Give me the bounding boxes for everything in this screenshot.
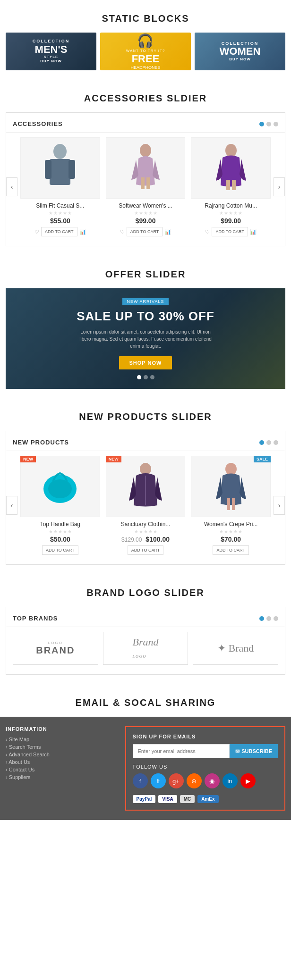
dot-3[interactable] [274, 616, 278, 621]
add-to-cart-button[interactable]: ADD TO CART [41, 227, 77, 236]
shop-now-button[interactable]: SHOP NOW [119, 356, 172, 369]
new-products-next-arrow[interactable]: › [274, 496, 285, 515]
add-to-cart-button[interactable]: ADD TO CART [212, 227, 248, 236]
dot-2[interactable] [266, 440, 271, 445]
chart-icon[interactable]: 📊 [79, 229, 86, 235]
new-badge: NEW [106, 456, 121, 462]
brand-card-1[interactable]: LOGO BRAND [13, 632, 98, 665]
twitter-icon[interactable]: 𝕥 [151, 773, 166, 788]
youtube-icon[interactable]: ▶ [240, 773, 256, 788]
product-price: $55.00 [20, 217, 100, 225]
offer-section-title: OFFER SLIDER [0, 256, 291, 288]
product-image [20, 137, 100, 199]
footer-link-suppliers[interactable]: Suppliers [6, 774, 120, 780]
new-products-prev-arrow[interactable]: ‹ [6, 496, 17, 515]
footer-link-advanced-search[interactable]: Advanced Search [6, 752, 120, 757]
offer-dot-3[interactable] [150, 375, 154, 379]
accessories-slider-header: ACCESSORIES [6, 117, 285, 133]
dot-2[interactable] [266, 616, 271, 621]
product-stars: ★★★★★ [20, 210, 100, 216]
accessories-header-title: ACCESSORIES [13, 120, 63, 127]
product-card: Slim Fit Casual S... ★★★★★ $55.00 ♡ ADD … [20, 137, 100, 236]
brand-slider-header: TOP BRANDS [6, 612, 285, 627]
google-plus-icon[interactable]: g+ [169, 773, 184, 788]
brand-card-3[interactable]: ✦ Brand [193, 632, 278, 665]
svg-point-0 [53, 144, 67, 159]
visa-icon: VISA [158, 795, 177, 803]
offer-description: Lorem ipsum dolor sit amet, consectetur … [79, 328, 212, 350]
add-to-cart-button[interactable]: ADD TO CART [213, 545, 249, 555]
brand-logo-text-1: BRAND [36, 645, 75, 656]
wishlist-icon[interactable]: ♡ [205, 229, 210, 235]
svg-rect-9 [232, 180, 236, 190]
footer-link-contact-us[interactable]: Contact Us [6, 767, 120, 772]
footer-info: INFORMATION Site Map Search Terms Advanc… [6, 726, 125, 811]
footer-link-sitemap[interactable]: Site Map [6, 737, 120, 742]
new-products-section: NEW PRODUCTS ‹ [0, 431, 291, 574]
wishlist-icon[interactable]: ♡ [34, 229, 39, 235]
offer-banner: NEW ARRIVALS SALE UP TO 30% OFF Lorem ip… [6, 288, 285, 389]
add-to-cart-button[interactable]: ADD TO CART [128, 545, 164, 555]
accessories-next-arrow[interactable]: › [274, 177, 285, 196]
brand-logo-text-2: BrandLOGO [133, 636, 159, 661]
headphones-block[interactable]: 🎧 WANT TO TRY IT? FREE HEADPHONES [100, 33, 191, 70]
rss-icon[interactable]: ⊕ [187, 773, 202, 788]
dot-1[interactable] [259, 122, 264, 126]
linkedin-icon[interactable]: in [223, 773, 238, 788]
product-price: $50.00 [20, 536, 100, 543]
product-name: Top Handle Bag [20, 521, 100, 528]
product-name: Slim Fit Casual S... [20, 202, 100, 209]
facebook-icon[interactable]: f [133, 773, 148, 788]
social-icons: f 𝕥 g+ ⊕ ◉ in ▶ [133, 773, 278, 788]
subscribe-button[interactable]: ✉ SUBSCRIBE [230, 744, 278, 758]
product-stars: ★★★★★ [106, 529, 186, 534]
accessories-section-title: ACCESSORIES SLDIER [0, 80, 291, 112]
new-badge: NEW [20, 456, 36, 462]
brand-card-2[interactable]: BrandLOGO [103, 632, 188, 665]
product-stars: ★★★★★ [20, 529, 100, 534]
offer-dot-2[interactable] [144, 375, 148, 379]
footer-link-search-terms[interactable]: Search Terms [6, 744, 120, 750]
product-price: $99.00 [106, 217, 186, 225]
offer-dot-1[interactable] [137, 375, 141, 379]
new-products-dots [259, 440, 278, 445]
product-image-wrap: NEW [106, 456, 186, 517]
email-section-title: EMAIL & SOCAL SHARING [0, 684, 291, 717]
product-stars: ★★★★★ [106, 210, 186, 216]
mens-main-label: MEN'S [35, 43, 68, 55]
current-price: $100.00 [146, 536, 170, 543]
product-image [20, 456, 100, 517]
paypal-icon: PayPal [133, 795, 156, 803]
product-name: Sanctuary Clothin... [106, 521, 186, 528]
instagram-icon[interactable]: ◉ [205, 773, 220, 788]
accessories-prev-arrow[interactable]: ‹ [6, 177, 17, 196]
add-to-cart-button[interactable]: ADD TO CART [127, 227, 163, 236]
women-block[interactable]: COLLECTION WOMEN BUY NOW [195, 33, 285, 70]
dot-1[interactable] [259, 440, 264, 445]
svg-rect-8 [226, 180, 230, 190]
chart-icon[interactable]: 📊 [250, 229, 257, 235]
chart-icon[interactable]: 📊 [164, 229, 171, 235]
product-card: Rajrang Cotton Mu... ★★★★★ $99.00 ♡ ADD … [191, 137, 271, 236]
add-to-cart-button[interactable]: ADD TO CART [42, 545, 78, 555]
dot-3[interactable] [274, 440, 278, 445]
mastercard-icon: MC [180, 795, 195, 803]
wishlist-icon[interactable]: ♡ [120, 229, 125, 235]
product-image [106, 137, 186, 199]
footer-link-about-us[interactable]: About Us [6, 759, 120, 765]
offer-dots [137, 375, 154, 379]
dot-1[interactable] [259, 616, 264, 621]
accessories-section: ACCESSORIES ‹ [0, 112, 291, 256]
product-name: Women's Crepe Pri... [191, 521, 271, 528]
brand-section-title: BRAND LOGO SLIDER [0, 574, 291, 607]
mens-block[interactable]: COLLECTION MEN'S STYLE BUY NOW [6, 33, 96, 70]
email-input[interactable] [133, 744, 230, 758]
footer-right: SIGN UP FOR EMAILS ✉ SUBSCRIBE FOLLOW US… [125, 726, 286, 811]
product-actions: ♡ ADD TO CART 📊 [20, 227, 100, 236]
old-price: $129.00 [121, 536, 142, 543]
dot-3[interactable] [274, 122, 278, 126]
accessories-items: Slim Fit Casual S... ★★★★★ $55.00 ♡ ADD … [6, 133, 285, 241]
mens-cta-label: BUY NOW [33, 59, 70, 64]
dot-2[interactable] [266, 122, 271, 126]
email-signup-box: SIGN UP FOR EMAILS ✉ SUBSCRIBE FOLLOW US… [125, 726, 286, 811]
